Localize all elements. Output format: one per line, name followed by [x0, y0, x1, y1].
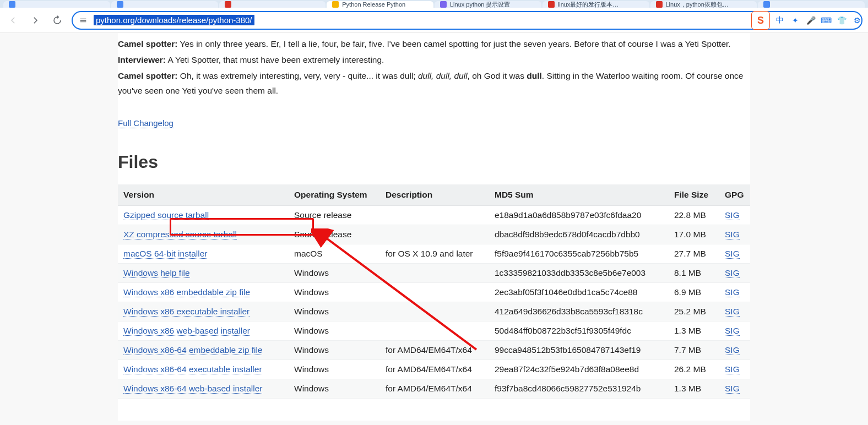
cell-os: Windows — [289, 263, 380, 282]
ime-lang-indicator[interactable]: 中 — [774, 15, 785, 26]
download-link[interactable]: Windows x86-64 executable installer — [123, 364, 262, 374]
tab-label: Python Release Python — [342, 1, 405, 8]
ime-badge[interactable]: S — [751, 11, 770, 30]
table-row: Windows x86 executable installerWindows4… — [118, 302, 750, 321]
download-link[interactable]: Windows x86 web-based installer — [123, 326, 250, 336]
col-gpg: GPG — [719, 184, 750, 206]
col-desc: Description — [380, 184, 489, 206]
dialogue-text: , oh God it was — [468, 71, 527, 80]
sig-link[interactable]: SIG — [725, 210, 740, 220]
cell-size: 8.1 MB — [669, 263, 719, 282]
download-link[interactable]: Gzipped source tarball — [123, 210, 209, 220]
cell-desc — [380, 205, 489, 225]
browser-tab[interactable] — [219, 1, 326, 8]
browser-tab-active[interactable]: Python Release Python — [327, 1, 433, 8]
dialogue-strong: dull — [527, 71, 542, 80]
sig-link[interactable]: SIG — [725, 345, 740, 355]
download-link[interactable]: macOS 64-bit installer — [123, 249, 207, 259]
tab-favicon — [9, 1, 15, 8]
download-link[interactable]: XZ compressed source tarball — [123, 230, 237, 239]
arrow-left-icon — [8, 15, 18, 25]
cell-md5: 1c33359821033ddb3353c8e5b6e7e003 — [489, 263, 669, 282]
tab-label: Linux python 提示设置 — [450, 1, 510, 8]
site-settings-icon[interactable] — [77, 14, 89, 26]
cell-size: 1.3 MB — [669, 379, 719, 398]
cell-desc: for AMD64/EM64T/x64 — [380, 359, 489, 379]
table-row: Windows x86 embeddable zip fileWindows2e… — [118, 282, 750, 302]
dialogue-text: Oh, it was extremely interesting, very, … — [178, 71, 418, 80]
dialogue-block: Camel spotter: Yes in only three years. … — [118, 33, 750, 99]
table-row: XZ compressed source tarballSource relea… — [118, 225, 750, 244]
page-viewport[interactable]: Camel spotter: Yes in only three years. … — [0, 33, 868, 425]
sig-link[interactable]: SIG — [725, 287, 740, 297]
cell-md5: f93f7ba8cd48066c59827752e531924b — [489, 379, 669, 398]
col-os: Operating System — [289, 184, 380, 206]
reload-button[interactable] — [50, 13, 65, 28]
browser-tab[interactable]: linux最好的发行版本… — [542, 1, 649, 8]
forward-button[interactable] — [28, 13, 43, 28]
browser-tab-bar: Python Release Python Linux python 提示设置 … — [0, 0, 868, 8]
files-heading: Files — [118, 152, 750, 172]
cell-size: 7.7 MB — [669, 340, 719, 359]
browser-tab[interactable] — [111, 1, 218, 8]
tab-label: Linux，python依赖包… — [666, 1, 729, 8]
arrow-right-icon — [30, 15, 40, 25]
sig-link[interactable]: SIG — [725, 249, 740, 259]
ime-widget: S 中 ✦ 🎤 ⌨ 👕 ⚙ — [751, 11, 862, 30]
download-link[interactable]: Windows x86 executable installer — [123, 307, 249, 317]
cell-desc — [380, 302, 489, 321]
browser-toolbar: python.org/downloads/release/python-380/… — [0, 8, 868, 33]
browser-tab[interactable] — [758, 1, 865, 8]
mic-icon[interactable]: 🎤 — [805, 15, 816, 26]
address-bar[interactable]: python.org/downloads/release/python-380/ — [72, 11, 862, 30]
download-link[interactable]: Windows x86 embeddable zip file — [123, 287, 250, 297]
col-version: Version — [118, 184, 289, 206]
cell-desc — [380, 263, 489, 282]
col-md5: MD5 Sum — [489, 184, 669, 206]
cell-md5: dbac8df9d8b9edc678d0f4cacdb7dbb0 — [489, 225, 669, 244]
table-row: Windows x86-64 executable installerWindo… — [118, 359, 750, 379]
dialogue-emphasis: dull, dull, dull — [418, 71, 468, 80]
download-link[interactable]: Windows x86-64 web-based installer — [123, 384, 262, 394]
browser-tab[interactable]: Linux python 提示设置 — [435, 1, 541, 8]
tab-favicon — [225, 1, 231, 8]
full-changelog-link[interactable]: Full Changelog — [118, 118, 173, 128]
sig-link[interactable]: SIG — [725, 326, 740, 336]
browser-tab[interactable] — [3, 1, 110, 8]
cell-size: 27.7 MB — [669, 244, 719, 263]
sig-link[interactable]: SIG — [725, 364, 740, 374]
sig-link[interactable]: SIG — [725, 230, 740, 239]
table-row: macOS 64-bit installermacOSfor OS X 10.9… — [118, 244, 750, 263]
cell-os: macOS — [289, 244, 380, 263]
sig-link[interactable]: SIG — [725, 384, 740, 394]
cell-os: Windows — [289, 321, 380, 340]
reload-icon — [52, 15, 62, 25]
keyboard-icon[interactable]: ⌨ — [821, 15, 832, 26]
cell-desc: for OS X 10.9 and later — [380, 244, 489, 263]
ime-badge-letter: S — [757, 15, 764, 26]
cell-os: Source release — [289, 225, 380, 244]
speaker-label: Interviewer: — [118, 55, 166, 64]
settings-icon[interactable]: ⚙ — [851, 15, 862, 26]
cell-md5: 2ec3abf05f3f1046e0dbd1ca5c74ce88 — [489, 282, 669, 302]
ime-tools-icon[interactable]: ✦ — [790, 15, 801, 26]
sig-link[interactable]: SIG — [725, 268, 740, 278]
browser-tab[interactable]: Linux，python依赖包… — [650, 1, 757, 8]
cell-size: 22.8 MB — [669, 205, 719, 225]
sig-link[interactable]: SIG — [725, 307, 740, 317]
cell-desc: for AMD64/EM64T/x64 — [380, 340, 489, 359]
tab-favicon — [763, 1, 770, 8]
cell-size: 25.2 MB — [669, 302, 719, 321]
cell-desc — [380, 321, 489, 340]
dialogue-text: Yes in only three years. Er, I tell a li… — [178, 39, 731, 48]
download-link[interactable]: Windows help file — [123, 268, 190, 278]
cell-os: Windows — [289, 379, 380, 398]
shirt-icon[interactable]: 👕 — [836, 15, 847, 26]
tab-favicon — [117, 1, 123, 8]
cell-os: Source release — [289, 205, 380, 225]
download-link[interactable]: Windows x86-64 embeddable zip file — [123, 345, 262, 355]
table-header-row: Version Operating System Description MD5… — [118, 184, 750, 206]
table-row: Windows x86-64 embeddable zip fileWindow… — [118, 340, 750, 359]
speaker-label: Camel spotter: — [118, 39, 178, 48]
back-button[interactable] — [6, 13, 21, 28]
